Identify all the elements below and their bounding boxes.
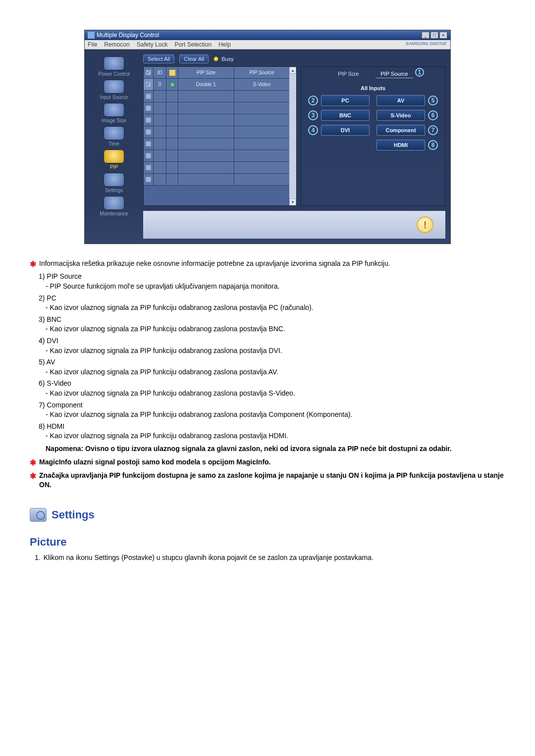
callout-6: 6 [428,110,438,120]
sidebar-item-label: Maintenance [100,211,128,216]
intro-text: Informacijska rešetka prikazuje neke osn… [39,259,390,270]
scroll-down-icon[interactable]: ▼ [289,199,296,205]
power-icon [104,56,124,70]
row-checkbox[interactable] [146,82,151,87]
time-icon [104,126,124,140]
picture-item-number: 1. [35,554,41,561]
info-grid: ID PIP Size PIP Source 0 Double 1 S-Vid [143,66,297,206]
list-item: 5) AV - Kao izvor ulaznog signala za PIP… [39,357,505,377]
grid-scrollbar[interactable]: ▲ ▼ [289,67,296,205]
menu-file[interactable]: File [88,41,97,48]
alert-icon: ! [417,216,433,233]
row-checkbox[interactable] [146,165,151,170]
table-row[interactable] [144,162,289,174]
sidebar-item-settings[interactable]: Settings [104,173,124,193]
app-icon [88,32,95,39]
row-checkbox[interactable] [146,141,151,147]
row-checkbox[interactable] [146,177,151,182]
select-all-button[interactable]: Select All [143,54,174,63]
table-row[interactable] [144,126,289,138]
sidebar-item-input-source[interactable]: Input Source [100,80,128,100]
header-checkbox[interactable] [146,70,151,75]
app-window: Multiple Display Control _ □ × File Remo… [84,30,451,244]
list-item: 1) PIP Source - PIP Source funkcijom mol… [39,272,505,291]
maximize-button[interactable]: □ [430,32,438,39]
table-row[interactable] [144,174,289,186]
brand-logo: SAMSUNG DIGITall [406,41,446,46]
maintenance-icon [104,196,124,210]
row-checkbox[interactable] [146,94,151,99]
callout-7: 7 [428,125,438,135]
component-button[interactable]: Component [376,125,425,136]
callout-8: 8 [428,140,438,150]
row-pip-size: Double 1 [178,79,234,90]
pip-source-panel: PIP Size PIP Source 1 All Inputs 2 PC [301,66,445,206]
list-item: 3) BNC - Kao izvor ulaznog signala za PI… [39,315,505,334]
footer-bar: ! [143,211,445,239]
table-row[interactable] [144,91,289,102]
busy-indicator: Busy [214,56,233,62]
busy-label: Busy [221,56,233,62]
row-checkbox[interactable] [146,117,151,123]
explanation-block: ✱ Informacijska rešetka prikazuje neke o… [30,259,505,490]
menu-port-selection[interactable]: Port Selection [174,41,212,48]
av-button[interactable]: AV [376,95,425,106]
sidebar-item-label: Input Source [100,95,128,100]
col-pip-size: PIP Size [178,67,234,78]
titlebar: Multiple Display Control _ □ × [85,30,450,40]
callout-2: 2 [308,96,318,105]
busy-dot-icon [214,56,218,61]
callout-1: 1 [415,68,424,77]
sidebar-item-maintenance[interactable]: Maintenance [100,196,128,216]
sidebar-item-label: PIP [110,164,118,170]
table-row[interactable] [144,114,289,126]
table-row[interactable] [144,150,289,162]
tab-pip-size[interactable]: PIP Size [333,70,364,78]
sidebar-item-label: Settings [105,188,123,193]
main-area: Select All Clear All Busy ID [143,50,450,244]
star-icon: ✱ [30,471,36,490]
pip-on-note: Značajka upravljanja PIP funkcijom dostu… [39,471,505,490]
sidebar-item-image-size[interactable]: Image Size [102,103,126,123]
list-item: 4) DVI - Kao izvor ulaznog signala za PI… [39,336,505,355]
settings-heading: Settings [30,508,505,522]
pc-button[interactable]: PC [321,95,370,106]
sidebar-item-label: Power Control [98,71,129,77]
input-icon [104,80,124,94]
callout-3: 3 [308,110,318,120]
sidebar-item-pip[interactable]: PIP [104,150,124,170]
sidebar-item-power-control[interactable]: Power Control [98,56,129,77]
settings-heading-text: Settings [52,508,95,521]
menu-help[interactable]: Help [218,41,231,48]
pip-icon [104,150,124,163]
image-size-icon [104,103,124,117]
settings-heading-icon [30,508,47,522]
row-checkbox[interactable] [146,153,151,158]
table-row[interactable] [144,138,289,150]
menubar: File Remocon Safety Lock Port Selection … [85,40,450,50]
settings-icon [104,173,124,187]
list-item: 8) HDMI - Kao izvor ulaznog signala za P… [39,422,505,441]
clear-all-button[interactable]: Clear All [179,54,209,63]
sidebar-item-time[interactable]: Time [104,126,124,147]
row-checkbox[interactable] [146,105,151,111]
bnc-button[interactable]: BNC [321,110,370,121]
table-row[interactable]: 0 Double 1 S-Video [144,79,289,91]
tab-pip-source[interactable]: PIP Source 1 [375,70,413,78]
minimize-button[interactable]: _ [422,32,429,39]
hdmi-button[interactable]: HDMI [376,140,425,151]
all-inputs-label: All Inputs [304,85,442,91]
close-button[interactable]: × [439,32,447,39]
menu-safety-lock[interactable]: Safety Lock [137,41,168,48]
star-icon: ✱ [30,259,36,270]
picture-list: 1. Klikom na ikonu Settings (Postavke) u… [32,554,505,561]
svideo-button[interactable]: S-Video [376,110,425,121]
table-row[interactable] [144,102,289,114]
star-icon: ✱ [30,457,36,468]
scroll-up-icon[interactable]: ▲ [289,67,296,74]
status-icon [169,70,175,76]
row-pip-source: S-Video [234,79,290,90]
dvi-button[interactable]: DVI [321,125,370,136]
menu-remocon[interactable]: Remocon [104,41,129,48]
row-checkbox[interactable] [146,129,151,135]
